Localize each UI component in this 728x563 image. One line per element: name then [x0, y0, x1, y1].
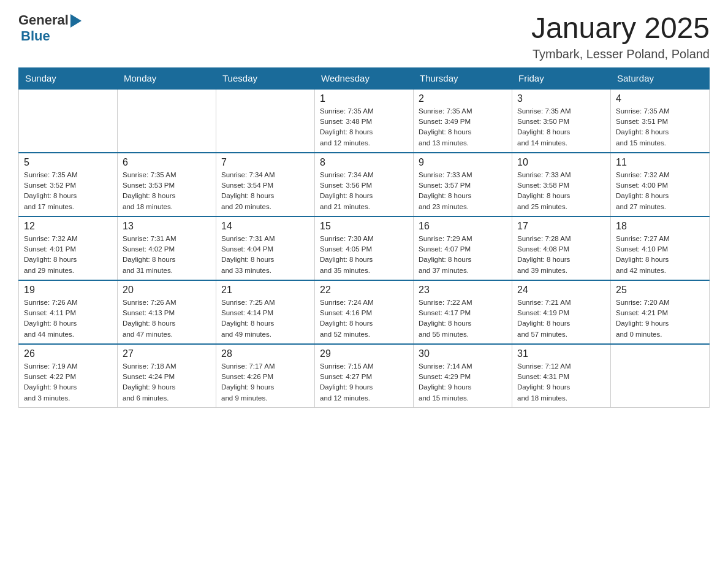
calendar-table: SundayMondayTuesdayWednesdayThursdayFrid…: [18, 67, 710, 408]
calendar-cell: 29Sunrise: 7:15 AM Sunset: 4:27 PM Dayli…: [315, 344, 414, 408]
calendar-cell: 9Sunrise: 7:33 AM Sunset: 3:57 PM Daylig…: [414, 153, 512, 216]
day-info: Sunrise: 7:32 AM Sunset: 4:00 PM Dayligh…: [616, 170, 704, 212]
logo: General Blue: [18, 12, 82, 44]
calendar-cell: [611, 344, 710, 408]
calendar-cell: [216, 89, 315, 153]
day-number: 10: [517, 157, 605, 168]
calendar-cell: 11Sunrise: 7:32 AM Sunset: 4:00 PM Dayli…: [611, 153, 710, 216]
day-info: Sunrise: 7:24 AM Sunset: 4:16 PM Dayligh…: [320, 297, 408, 340]
day-number: 16: [419, 221, 507, 232]
day-number: 20: [123, 285, 211, 296]
svg-marker-0: [70, 14, 82, 28]
day-number: 29: [320, 348, 408, 359]
calendar-week-row: 1Sunrise: 7:35 AM Sunset: 3:48 PM Daylig…: [19, 89, 710, 153]
day-info: Sunrise: 7:26 AM Sunset: 4:11 PM Dayligh…: [24, 297, 112, 340]
calendar-cell: 10Sunrise: 7:33 AM Sunset: 3:58 PM Dayli…: [512, 153, 611, 216]
day-number: 17: [517, 221, 605, 232]
calendar-cell: 28Sunrise: 7:17 AM Sunset: 4:26 PM Dayli…: [216, 344, 315, 408]
day-info: Sunrise: 7:19 AM Sunset: 4:22 PM Dayligh…: [24, 361, 112, 404]
calendar-cell: 7Sunrise: 7:34 AM Sunset: 3:54 PM Daylig…: [216, 153, 315, 216]
day-info: Sunrise: 7:12 AM Sunset: 4:31 PM Dayligh…: [517, 361, 605, 404]
day-number: 26: [24, 348, 112, 359]
day-info: Sunrise: 7:31 AM Sunset: 4:04 PM Dayligh…: [221, 234, 309, 276]
day-info: Sunrise: 7:22 AM Sunset: 4:17 PM Dayligh…: [419, 297, 507, 340]
calendar-header-friday: Friday: [512, 67, 611, 89]
day-info: Sunrise: 7:35 AM Sunset: 3:48 PM Dayligh…: [320, 106, 408, 148]
day-info: Sunrise: 7:31 AM Sunset: 4:02 PM Dayligh…: [123, 234, 211, 276]
calendar-cell: 22Sunrise: 7:24 AM Sunset: 4:16 PM Dayli…: [315, 280, 414, 344]
calendar-cell: [19, 89, 118, 153]
logo-blue-text: Blue: [21, 28, 50, 44]
day-info: Sunrise: 7:32 AM Sunset: 4:01 PM Dayligh…: [24, 234, 112, 276]
calendar-week-row: 12Sunrise: 7:32 AM Sunset: 4:01 PM Dayli…: [19, 216, 710, 280]
day-number: 2: [419, 93, 507, 104]
day-number: 23: [419, 285, 507, 296]
calendar-cell: 20Sunrise: 7:26 AM Sunset: 4:13 PM Dayli…: [118, 280, 216, 344]
day-info: Sunrise: 7:35 AM Sunset: 3:49 PM Dayligh…: [419, 106, 507, 148]
day-info: Sunrise: 7:34 AM Sunset: 3:56 PM Dayligh…: [320, 170, 408, 212]
day-number: 11: [616, 157, 704, 168]
day-info: Sunrise: 7:26 AM Sunset: 4:13 PM Dayligh…: [123, 297, 211, 340]
calendar-header-monday: Monday: [118, 67, 216, 89]
calendar-cell: 26Sunrise: 7:19 AM Sunset: 4:22 PM Dayli…: [19, 344, 118, 408]
day-number: 13: [123, 221, 211, 232]
title-area: January 2025 Tymbark, Lesser Poland, Pol…: [531, 12, 710, 61]
day-info: Sunrise: 7:17 AM Sunset: 4:26 PM Dayligh…: [221, 361, 309, 404]
calendar-cell: 2Sunrise: 7:35 AM Sunset: 3:49 PM Daylig…: [414, 89, 512, 153]
calendar-header-wednesday: Wednesday: [315, 67, 414, 89]
day-info: Sunrise: 7:34 AM Sunset: 3:54 PM Dayligh…: [221, 170, 309, 212]
day-info: Sunrise: 7:21 AM Sunset: 4:19 PM Dayligh…: [517, 297, 605, 340]
day-info: Sunrise: 7:20 AM Sunset: 4:21 PM Dayligh…: [616, 297, 704, 340]
calendar-cell: 12Sunrise: 7:32 AM Sunset: 4:01 PM Dayli…: [19, 216, 118, 280]
calendar-header-row: SundayMondayTuesdayWednesdayThursdayFrid…: [19, 67, 710, 89]
calendar-cell: 31Sunrise: 7:12 AM Sunset: 4:31 PM Dayli…: [512, 344, 611, 408]
calendar-header-tuesday: Tuesday: [216, 67, 315, 89]
calendar-cell: 4Sunrise: 7:35 AM Sunset: 3:51 PM Daylig…: [611, 89, 710, 153]
calendar-week-row: 19Sunrise: 7:26 AM Sunset: 4:11 PM Dayli…: [19, 280, 710, 344]
day-number: 3: [517, 93, 605, 104]
calendar-cell: 23Sunrise: 7:22 AM Sunset: 4:17 PM Dayli…: [414, 280, 512, 344]
day-number: 9: [419, 157, 507, 168]
day-info: Sunrise: 7:27 AM Sunset: 4:10 PM Dayligh…: [616, 234, 704, 276]
page-header: General Blue January 2025 Tymbark, Lesse…: [18, 12, 710, 61]
day-info: Sunrise: 7:35 AM Sunset: 3:51 PM Dayligh…: [616, 106, 704, 148]
day-info: Sunrise: 7:35 AM Sunset: 3:52 PM Dayligh…: [24, 170, 112, 212]
calendar-cell: 25Sunrise: 7:20 AM Sunset: 4:21 PM Dayli…: [611, 280, 710, 344]
logo-arrow-icon: [70, 14, 82, 28]
day-number: 8: [320, 157, 408, 168]
calendar-cell: 8Sunrise: 7:34 AM Sunset: 3:56 PM Daylig…: [315, 153, 414, 216]
calendar-header-saturday: Saturday: [611, 67, 710, 89]
day-info: Sunrise: 7:35 AM Sunset: 3:53 PM Dayligh…: [123, 170, 211, 212]
day-info: Sunrise: 7:28 AM Sunset: 4:08 PM Dayligh…: [517, 234, 605, 276]
calendar-cell: 3Sunrise: 7:35 AM Sunset: 3:50 PM Daylig…: [512, 89, 611, 153]
calendar-cell: 18Sunrise: 7:27 AM Sunset: 4:10 PM Dayli…: [611, 216, 710, 280]
day-info: Sunrise: 7:18 AM Sunset: 4:24 PM Dayligh…: [123, 361, 211, 404]
calendar-week-row: 5Sunrise: 7:35 AM Sunset: 3:52 PM Daylig…: [19, 153, 710, 216]
day-number: 5: [24, 157, 112, 168]
calendar-cell: 15Sunrise: 7:30 AM Sunset: 4:05 PM Dayli…: [315, 216, 414, 280]
calendar-cell: [118, 89, 216, 153]
calendar-subtitle: Tymbark, Lesser Poland, Poland: [531, 47, 710, 61]
day-info: Sunrise: 7:35 AM Sunset: 3:50 PM Dayligh…: [517, 106, 605, 148]
day-number: 18: [616, 221, 704, 232]
day-info: Sunrise: 7:30 AM Sunset: 4:05 PM Dayligh…: [320, 234, 408, 276]
calendar-cell: 27Sunrise: 7:18 AM Sunset: 4:24 PM Dayli…: [118, 344, 216, 408]
calendar-cell: 6Sunrise: 7:35 AM Sunset: 3:53 PM Daylig…: [118, 153, 216, 216]
day-info: Sunrise: 7:33 AM Sunset: 3:58 PM Dayligh…: [517, 170, 605, 212]
calendar-cell: 17Sunrise: 7:28 AM Sunset: 4:08 PM Dayli…: [512, 216, 611, 280]
calendar-cell: 13Sunrise: 7:31 AM Sunset: 4:02 PM Dayli…: [118, 216, 216, 280]
calendar-cell: 21Sunrise: 7:25 AM Sunset: 4:14 PM Dayli…: [216, 280, 315, 344]
day-info: Sunrise: 7:29 AM Sunset: 4:07 PM Dayligh…: [419, 234, 507, 276]
calendar-cell: 30Sunrise: 7:14 AM Sunset: 4:29 PM Dayli…: [414, 344, 512, 408]
day-info: Sunrise: 7:15 AM Sunset: 4:27 PM Dayligh…: [320, 361, 408, 404]
day-number: 30: [419, 348, 507, 359]
day-number: 15: [320, 221, 408, 232]
day-info: Sunrise: 7:25 AM Sunset: 4:14 PM Dayligh…: [221, 297, 309, 340]
calendar-title: January 2025: [531, 12, 710, 45]
day-number: 6: [123, 157, 211, 168]
day-info: Sunrise: 7:14 AM Sunset: 4:29 PM Dayligh…: [419, 361, 507, 404]
day-number: 28: [221, 348, 309, 359]
day-info: Sunrise: 7:33 AM Sunset: 3:57 PM Dayligh…: [419, 170, 507, 212]
calendar-cell: 1Sunrise: 7:35 AM Sunset: 3:48 PM Daylig…: [315, 89, 414, 153]
day-number: 19: [24, 285, 112, 296]
